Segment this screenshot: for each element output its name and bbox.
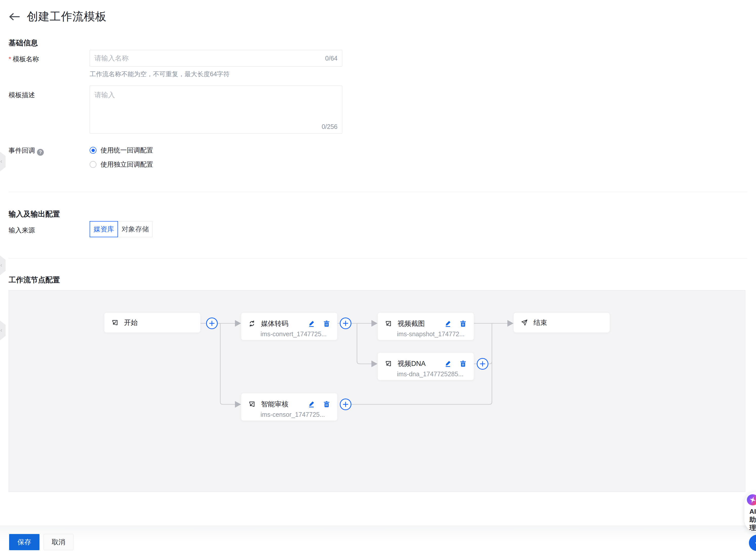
radio-selected-icon: [90, 147, 97, 154]
node-title: 视频截图: [398, 319, 425, 328]
node-title: 智能审核: [261, 399, 288, 409]
node-title: 媒体转码: [261, 319, 288, 328]
collapse-anchor-tab[interactable]: ‹: [0, 321, 6, 340]
enter-corner-icon: [384, 320, 393, 328]
sync-icon: [248, 320, 256, 328]
required-asterisk: *: [9, 55, 11, 63]
section-title-io: 输入及输出配置: [9, 209, 60, 219]
node-subtitle: ims-convert_1747725...: [241, 330, 337, 338]
event-callback-label: 事件回调?: [9, 146, 44, 156]
add-node-button[interactable]: [340, 398, 351, 410]
template-name-label: *模板名称: [9, 55, 39, 64]
node-end[interactable]: 结束: [514, 313, 610, 333]
name-char-counter: 0/64: [325, 55, 338, 62]
add-node-button[interactable]: [477, 358, 488, 370]
node-title: 视频DNA: [398, 359, 425, 368]
plus-icon: [209, 320, 215, 326]
node-dna[interactable]: 视频DNA ims-dna_1747725285...: [377, 352, 474, 380]
page-header: 创建工作流模板: [9, 9, 107, 24]
radio-unselected-icon: [90, 161, 97, 168]
create-workflow-template-page: 创建工作流模板 基础信息 *模板名称 0/64 工作流名称不能为空，不可重复，最…: [0, 0, 756, 554]
save-button[interactable]: 保存: [9, 534, 40, 550]
node-transcode[interactable]: 媒体转码 ims-convert_1747725...: [241, 313, 338, 340]
node-censor[interactable]: 智能审核 ims-censor_1747725...: [241, 393, 338, 421]
node-subtitle: ims-dna_1747725285...: [378, 371, 474, 378]
node-subtitle: ims-snapshot_174772...: [378, 330, 474, 338]
delete-icon[interactable]: [459, 320, 467, 328]
section-divider: [9, 258, 747, 259]
radio-independent-callback[interactable]: 使用独立回调配置: [90, 160, 153, 169]
ai-assistant-label: AI助理: [749, 507, 756, 532]
edit-icon[interactable]: [308, 320, 316, 328]
plus-icon: [343, 320, 349, 326]
ai-sparkle-icon: [747, 494, 756, 505]
section-title-workflow: 工作流节点配置: [9, 275, 60, 285]
enter-corner-icon: [111, 319, 119, 327]
collapse-anchor-tab[interactable]: ‹: [0, 152, 6, 171]
template-desc-label: 模板描述: [9, 91, 35, 100]
collapse-anchor-tab[interactable]: ‹: [0, 256, 6, 275]
node-start[interactable]: 开始: [104, 313, 200, 333]
delete-icon[interactable]: [323, 320, 331, 328]
edit-icon[interactable]: [444, 320, 453, 328]
node-title: 开始: [124, 318, 138, 327]
ai-assistant-button[interactable]: AI助理: [744, 492, 756, 532]
radio-unified-callback[interactable]: 使用统一回调配置: [90, 146, 153, 155]
template-name-input[interactable]: [90, 50, 342, 66]
desc-char-counter: 0/256: [322, 123, 338, 130]
add-node-button[interactable]: [206, 318, 218, 329]
delete-icon[interactable]: [459, 359, 467, 368]
footer-bar: 保存 取消: [0, 525, 756, 554]
chevron-left-icon: ‹: [0, 158, 2, 165]
enter-corner-icon: [248, 400, 256, 408]
help-icon[interactable]: ?: [37, 149, 44, 156]
plus-icon: [343, 401, 349, 407]
node-snapshot[interactable]: 视频截图 ims-snapshot_174772...: [377, 313, 474, 340]
plus-icon: [479, 361, 485, 367]
edit-icon[interactable]: [444, 359, 453, 368]
edit-icon[interactable]: [308, 400, 316, 408]
page-title: 创建工作流模板: [27, 9, 107, 24]
template-name-field: 0/64: [90, 50, 342, 67]
chevron-left-icon: [754, 540, 756, 546]
chevron-left-icon: ‹: [0, 262, 2, 269]
node-title: 结束: [533, 318, 547, 327]
tab-object-storage[interactable]: 对象存储: [118, 221, 153, 237]
tab-media-library[interactable]: 媒资库: [90, 221, 118, 237]
cancel-button[interactable]: 取消: [44, 534, 73, 550]
node-subtitle: ims-censor_1747725...: [241, 411, 337, 418]
section-title-basic: 基础信息: [9, 38, 38, 48]
send-icon: [520, 319, 528, 327]
back-button[interactable]: [9, 12, 21, 22]
name-hint-text: 工作流名称不能为空，不可重复，最大长度64字符: [90, 70, 230, 78]
enter-corner-icon: [384, 359, 393, 368]
template-desc-input[interactable]: [90, 86, 342, 133]
input-source-label: 输入来源: [9, 226, 35, 235]
chevron-left-icon: ‹: [0, 327, 2, 334]
arrow-left-icon: [9, 12, 20, 21]
template-desc-field: 0/256: [90, 86, 342, 134]
add-node-button[interactable]: [340, 318, 351, 329]
delete-icon[interactable]: [323, 400, 331, 408]
section-divider: [9, 192, 747, 192]
